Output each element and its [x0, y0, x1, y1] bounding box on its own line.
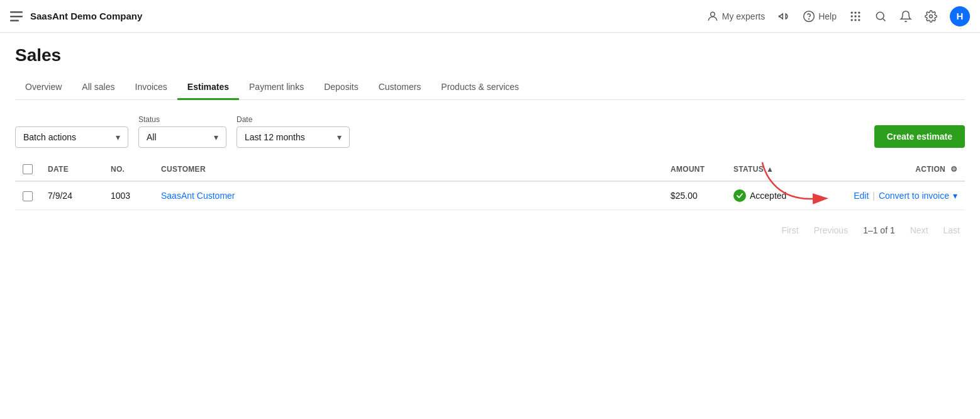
tab-all-sales[interactable]: All sales [72, 75, 125, 100]
svg-point-7 [854, 11, 856, 13]
top-nav: SaasAnt Demo Company My experts Help [0, 0, 980, 33]
batch-actions-chevron-icon: ▾ [116, 132, 120, 142]
amount-column-header: AMOUNT [663, 158, 726, 181]
customer-column-header: CUSTOMER [153, 158, 663, 181]
first-page-button[interactable]: First [776, 223, 803, 238]
svg-point-3 [710, 12, 715, 16]
svg-point-9 [851, 15, 853, 17]
batch-actions-dropdown[interactable]: Batch actions ▾ [15, 126, 128, 148]
tab-products-services[interactable]: Products & services [431, 75, 529, 100]
my-experts-label: My experts [722, 11, 765, 21]
svg-point-4 [804, 11, 815, 21]
user-avatar[interactable]: H [950, 6, 970, 26]
date-value: Last 12 months [245, 132, 305, 142]
svg-point-15 [876, 12, 884, 20]
svg-rect-0 [10, 11, 23, 13]
svg-point-12 [851, 19, 853, 21]
row-date: 7/9/24 [40, 181, 103, 210]
my-experts-button[interactable]: My experts [706, 10, 765, 23]
date-chevron-icon: ▾ [337, 132, 342, 142]
row-checkbox-cell [15, 181, 40, 210]
filter-bar: Batch actions ▾ Status All ▾ Date Last 1… [15, 100, 965, 158]
row-amount: $25.00 [663, 181, 726, 210]
status-sort-icon[interactable]: ▲ [766, 165, 774, 174]
tab-deposits[interactable]: Deposits [314, 75, 368, 100]
row-customer[interactable]: SaasAnt Customer [153, 181, 663, 210]
hamburger-menu-button[interactable] [10, 11, 23, 21]
create-estimate-button[interactable]: Create estimate [874, 125, 965, 148]
previous-page-button[interactable]: Previous [809, 223, 853, 238]
date-filter-group: Date Last 12 months ▾ [237, 115, 350, 148]
row-action-cell: Edit | Convert to invoice ▾ [827, 181, 965, 210]
svg-point-13 [854, 19, 856, 21]
last-page-button[interactable]: Last [938, 223, 965, 238]
tab-overview[interactable]: Overview [15, 75, 72, 100]
page-info: 1–1 of 1 [858, 223, 900, 238]
svg-point-16 [930, 14, 933, 18]
status-dropdown[interactable]: All ▾ [138, 126, 226, 148]
svg-point-8 [858, 11, 860, 13]
select-all-header [15, 158, 40, 181]
pagination: First Previous 1–1 of 1 Next Last [15, 210, 965, 250]
filter-controls: Batch actions ▾ Status All ▾ Date Last 1… [15, 115, 350, 148]
action-settings-icon[interactable]: ⚙ [950, 165, 957, 174]
estimates-table: DATE NO. CUSTOMER AMOUNT STATUS ▲ ACTION… [15, 158, 965, 210]
nav-right: My experts Help [706, 6, 970, 26]
row-checkbox[interactable] [23, 191, 33, 201]
row-no: 1003 [103, 181, 153, 210]
apps-grid-icon[interactable] [849, 10, 862, 23]
status-filter-group: Status All ▾ [138, 115, 226, 148]
tabs-bar: Overview All sales Invoices Estimates Pa… [15, 75, 965, 100]
status-chevron-icon: ▾ [214, 132, 218, 142]
action-column-header: ACTION ⚙ [827, 158, 965, 181]
next-page-button[interactable]: Next [905, 223, 933, 238]
help-label: Help [818, 11, 837, 21]
status-value: All [147, 132, 157, 142]
edit-button[interactable]: Edit [854, 191, 869, 201]
svg-rect-1 [10, 16, 23, 18]
no-column-header: NO. [103, 158, 153, 181]
svg-point-5 [809, 18, 810, 19]
table-row: 7/9/24 1003 SaasAnt Customer $25.00 Acce… [15, 181, 965, 210]
brand-name: SaasAnt Demo Company [30, 11, 142, 21]
tab-invoices[interactable]: Invoices [125, 75, 177, 100]
convert-to-invoice-button[interactable]: Convert to invoice [879, 191, 949, 201]
accepted-status-icon [733, 189, 746, 202]
batch-actions-label: Batch actions [23, 132, 76, 142]
page-title: Sales [15, 45, 965, 65]
status-text: Accepted [750, 191, 786, 201]
svg-rect-2 [10, 20, 19, 21]
row-status: Accepted [726, 181, 827, 210]
date-column-header: DATE [40, 158, 103, 181]
page-content: Sales Overview All sales Invoices Estima… [0, 33, 980, 250]
settings-icon[interactable] [925, 10, 937, 23]
date-dropdown[interactable]: Last 12 months ▾ [237, 126, 350, 148]
date-filter-label: Date [237, 115, 350, 124]
help-button[interactable]: Help [803, 10, 837, 23]
tab-payment-links[interactable]: Payment links [239, 75, 314, 100]
svg-point-11 [858, 15, 860, 17]
select-all-checkbox[interactable] [23, 164, 33, 174]
search-icon[interactable] [874, 10, 887, 23]
announcements-icon[interactable] [777, 10, 790, 23]
status-filter-label: Status [138, 115, 226, 124]
status-column-header: STATUS ▲ [726, 158, 827, 181]
svg-point-10 [854, 15, 856, 17]
notifications-icon[interactable] [899, 10, 912, 23]
action-divider: | [872, 191, 875, 201]
action-dropdown-icon[interactable]: ▾ [953, 191, 957, 201]
nav-left: SaasAnt Demo Company [10, 11, 142, 21]
tab-customers[interactable]: Customers [369, 75, 432, 100]
tab-estimates[interactable]: Estimates [177, 75, 239, 100]
svg-point-14 [858, 19, 860, 21]
svg-point-6 [851, 11, 853, 13]
